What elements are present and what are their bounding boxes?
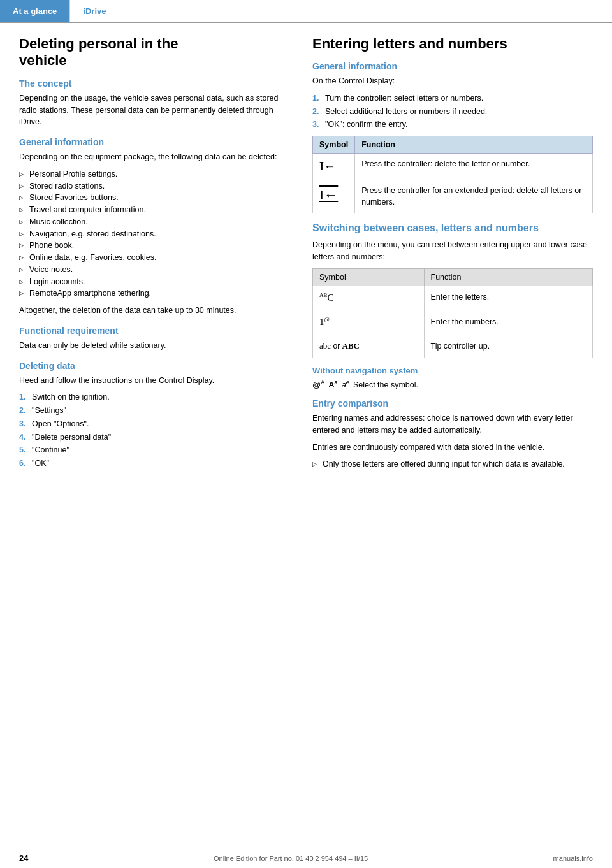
col-symbol2: Symbol	[313, 268, 425, 286]
col-function2: Function	[424, 268, 593, 286]
list-item: 3."OK": confirm the entry.	[312, 119, 593, 131]
col-symbol: Symbol	[313, 136, 355, 154]
table-row: I← Press the controller: delete the lett…	[313, 154, 593, 180]
entry-comparison-bullets: Only those letters are offered during in…	[312, 458, 593, 470]
steps-list: 1.Switch on the ignition. 2."Settings" 3…	[19, 391, 293, 470]
list-item: Voice notes.	[19, 264, 293, 276]
function-cell: Press the controller: delete the letter …	[355, 154, 593, 180]
top-nav: At a glance iDrive	[0, 0, 612, 23]
nav-tab-inactive-label: iDrive	[83, 6, 106, 16]
col-function: Function	[355, 136, 593, 154]
left-column: Deleting personal in the vehicle The con…	[19, 36, 293, 475]
list-item: Personal Profile settings.	[19, 168, 293, 180]
concept-text: Depending on the usage, the vehicle save…	[19, 92, 293, 128]
function-cell: Enter the numbers.	[424, 310, 593, 335]
functional-req-text: Data can only be deleted while stationar…	[19, 340, 293, 352]
nav-tab-active-label: At a glance	[13, 6, 57, 16]
left-main-title: Deleting personal in the vehicle	[19, 36, 293, 69]
list-item: Travel and computer information.	[19, 204, 293, 216]
entry-comparison-text1: Entering names and addresses: choice is …	[312, 412, 593, 437]
list-item: RemoteApp smartphone tethering.	[19, 287, 293, 300]
list-item: 3.Open "Options".	[19, 418, 293, 430]
footer-site: manuals.info	[553, 855, 593, 862]
general-info-heading-right: General information	[312, 61, 593, 71]
list-item: Online data, e.g. Favorites, cookies.	[19, 252, 293, 264]
list-item: 5."Continue"	[19, 444, 293, 456]
bullet-list: Personal Profile settings. Stored radio …	[19, 168, 293, 300]
list-item: 2.Select additional letters or numbers i…	[312, 106, 593, 118]
symbol-cell: ABC	[313, 286, 425, 310]
list-item: Stored radio stations.	[19, 180, 293, 192]
table-row: I← Press the controller for an extended …	[313, 180, 593, 213]
function-cell: Enter the letters.	[424, 286, 593, 310]
right-main-title: Entering letters and numbers	[312, 36, 593, 52]
table-row: 1@+ Enter the numbers.	[313, 310, 593, 335]
general-info-text-right: On the Control Display:	[312, 75, 593, 87]
without-nav-heading: Without navigation system	[312, 366, 593, 375]
altogether-text: Altogether, the deletion of the data can…	[19, 305, 293, 317]
entry-comparison-heading: Entry comparison	[312, 398, 593, 409]
deleting-data-text: Heed and follow the instructions on the …	[19, 375, 293, 387]
list-item: 1.Switch on the ignition.	[19, 391, 293, 403]
right-steps-list: 1.Turn the controller: select letters or…	[312, 92, 593, 131]
right-column: Entering letters and numbers General inf…	[312, 36, 593, 475]
table-row: ABC Enter the letters.	[313, 286, 593, 310]
footer: 24 Online Edition for Part no. 01 40 2 9…	[0, 848, 612, 868]
list-item: 1.Turn the controller: select letters or…	[312, 92, 593, 105]
nav-tab-active[interactable]: At a glance	[0, 0, 70, 22]
list-item: 2."Settings"	[19, 405, 293, 417]
symbol-cell: I←	[313, 154, 355, 180]
list-item: Only those letters are offered during in…	[312, 458, 593, 470]
general-info-heading-left: General information	[19, 137, 293, 147]
switching-text: Depending on the menu, you can reel betw…	[312, 239, 593, 263]
list-item: Phone book.	[19, 240, 293, 252]
table-row: abc or ABC Tip controller up.	[313, 335, 593, 358]
functional-req-heading: Functional requirement	[19, 326, 293, 336]
list-item: Navigation, e.g. stored destinations.	[19, 228, 293, 240]
symbol-cell: 1@+	[313, 310, 425, 335]
list-item: 6."OK"	[19, 458, 293, 470]
main-content: Deleting personal in the vehicle The con…	[0, 23, 612, 488]
nav-tab-inactive[interactable]: iDrive	[70, 0, 119, 22]
symbol-cell: I←	[313, 180, 355, 213]
footer-text: Online Edition for Part no. 01 40 2 954 …	[214, 855, 368, 862]
function-cell: Press the controller for an extended per…	[355, 180, 593, 213]
symbol-table-2: Symbol Function ABC Enter the letters.	[312, 268, 593, 358]
function-cell: Tip controller up.	[424, 335, 593, 358]
concept-heading: The concept	[19, 78, 293, 89]
list-item: Music collection.	[19, 216, 293, 228]
page-number: 24	[19, 853, 28, 863]
list-item: Login accounts.	[19, 276, 293, 288]
without-nav-symbols: @A Aa ae Select the symbol.	[312, 379, 593, 389]
deleting-data-heading: Deleting data	[19, 361, 293, 371]
list-item: Stored Favorites buttons.	[19, 192, 293, 204]
switching-heading: Switching between cases, letters and num…	[312, 222, 593, 234]
list-item: 4."Delete personal data"	[19, 431, 293, 444]
symbol-cell: abc or ABC	[313, 335, 425, 358]
symbol-table-1: Symbol Function I← Press the controller:…	[312, 136, 593, 213]
entry-comparison-text2: Entries are continuously compared with d…	[312, 442, 593, 454]
general-info-text-left: Depending on the equipment package, the …	[19, 151, 293, 163]
